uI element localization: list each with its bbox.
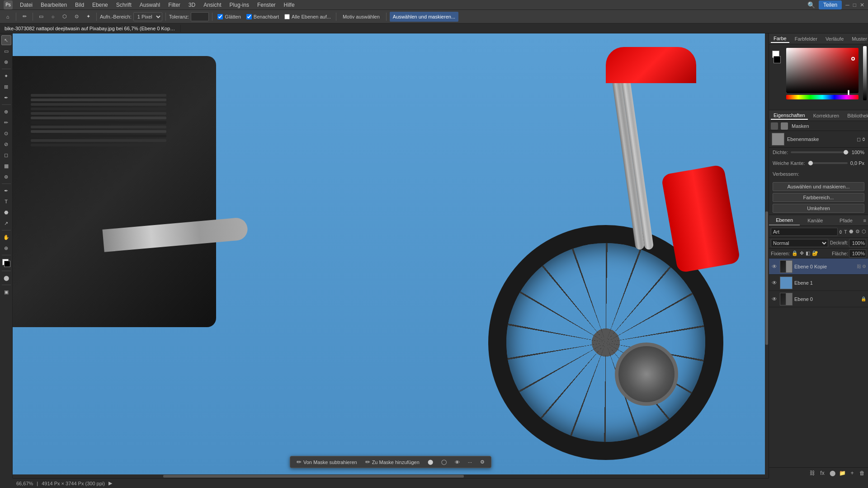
heal-tool[interactable]: ⊕	[1, 107, 11, 117]
auswaehlen-maskieren-button[interactable]: Auswählen und maskieren...	[390, 12, 458, 22]
ebenenmaske-icon-2[interactable]: ⧮	[863, 136, 865, 142]
pen-tool[interactable]: ✒	[1, 186, 11, 196]
umkehren-btn[interactable]: Umkehren	[773, 204, 864, 213]
aufnahme-select[interactable]: 1 Pixel	[133, 12, 162, 21]
subtract-from-mask-button[interactable]: ✏ Von Maske subtrahieren	[294, 458, 360, 466]
toleranz-input[interactable]: 40	[191, 12, 209, 21]
motiv-button[interactable]: Motiv auswählen	[340, 12, 383, 22]
auswaehlen-maskieren-btn[interactable]: Auswählen und maskieren...	[773, 182, 864, 191]
brush-tool[interactable]: ✏	[19, 12, 29, 22]
dichte-slider-thumb[interactable]	[844, 150, 848, 155]
tab-pfade[interactable]: Pfade	[830, 216, 861, 225]
window-close[interactable]: ✕	[860, 2, 864, 8]
mask-tool-btn-3[interactable]: 👁	[452, 459, 462, 466]
layer-vis-2[interactable]: 👁	[771, 296, 778, 303]
history-tool[interactable]: ⊘	[1, 139, 11, 149]
document-tab[interactable]: bike-3073082 nattapol deejitwasin auf Pi…	[0, 25, 181, 32]
lasso-tool[interactable]: ⊙	[71, 12, 81, 22]
menu-3d[interactable]: 3D	[185, 1, 199, 9]
crop-tool[interactable]: ⊞	[1, 82, 11, 92]
shape-tool[interactable]: ⬣	[1, 207, 11, 217]
layer-item-0[interactable]: 👁 Ebene 0 Kopie ⛓ ⚙	[769, 258, 868, 275]
tab-bibliotheken[interactable]: Bibliotheken	[844, 112, 868, 119]
hue-slider[interactable]	[786, 95, 859, 99]
status-arrow[interactable]: ▶	[108, 480, 112, 486]
menu-bearbeiten[interactable]: Bearbeiten	[37, 1, 71, 9]
layer-item-2[interactable]: 👁 Ebene 0 🔒	[769, 291, 868, 307]
select-tool[interactable]: ▭	[1, 46, 11, 56]
layers-filter-btn-1[interactable]: ⧮	[840, 228, 842, 236]
quick-mask-tool[interactable]: ⬤	[1, 273, 11, 283]
mask-tool-btn-settings[interactable]: ⚙	[477, 458, 487, 466]
hand-tool[interactable]: ✋	[1, 232, 11, 242]
layers-filter-btn-2[interactable]: T	[844, 228, 847, 236]
layer-item-1[interactable]: 👁 Ebene 1	[769, 275, 868, 291]
layer-lock-icon-2[interactable]: 🔒	[861, 296, 866, 301]
color-swatch[interactable]	[2, 259, 10, 267]
ebenenmaske-icon-1[interactable]: ◻	[857, 136, 861, 142]
rect-tool[interactable]: ▭	[36, 12, 46, 22]
tab-eigenschaften[interactable]: Eigenschaften	[771, 112, 808, 120]
alle-ebenen-checkbox[interactable]	[284, 14, 290, 19]
magic-wand-tool[interactable]: ✦	[1, 71, 11, 81]
move-tool[interactable]: ↖	[1, 35, 11, 45]
mask-tool-btn-more[interactable]: ···	[465, 459, 475, 466]
gradient-tool[interactable]: ▦	[1, 161, 11, 171]
layers-add-btn[interactable]: +	[848, 469, 856, 477]
menu-bild[interactable]: Bild	[71, 1, 88, 9]
color-tab-verlaeufe[interactable]: Verläufe	[823, 35, 846, 42]
color-tab-farbfelder[interactable]: Farbfelder	[792, 35, 820, 42]
layer-fx-icon-0[interactable]: ⚙	[862, 264, 866, 269]
layer-vis-0[interactable]: 👁	[771, 263, 778, 270]
star-tool[interactable]: ✦	[83, 12, 93, 22]
glatten-checkbox[interactable]	[217, 14, 223, 19]
window-minimize[interactable]: ─	[845, 2, 849, 8]
search-icon[interactable]: 🔍	[807, 1, 815, 9]
horizontal-scrollbar[interactable]	[13, 474, 765, 478]
brush-tool-left[interactable]: ✏	[1, 117, 11, 127]
layers-delete-btn[interactable]: 🗑	[858, 469, 866, 477]
color-gradient-picker[interactable]	[786, 48, 859, 93]
benachbart-checkbox[interactable]	[246, 14, 252, 19]
tab-ebenen[interactable]: Ebenen	[769, 216, 800, 225]
color-picker-handle[interactable]	[851, 57, 855, 61]
scrollbar-thumb-v[interactable]	[765, 211, 768, 345]
menu-fenster[interactable]: Fenster	[254, 1, 279, 9]
layers-search-input[interactable]: Art	[771, 228, 838, 236]
round-tool[interactable]: ○	[48, 12, 58, 22]
layer-link-icon-0[interactable]: ⛓	[857, 264, 861, 269]
layers-group-btn[interactable]: 📁	[838, 469, 846, 477]
fixieren-lock-icon[interactable]: 🔒	[792, 250, 798, 256]
color-tab-muster[interactable]: Muster	[849, 35, 868, 42]
menu-auswahl[interactable]: Auswahl	[136, 1, 164, 9]
weiche-kante-slider[interactable]	[807, 162, 847, 164]
arrow-tool[interactable]: ↗	[1, 218, 11, 228]
brightness-slider[interactable]	[863, 46, 867, 100]
deckraft-input[interactable]	[849, 239, 866, 247]
eyedropper-tool[interactable]: ✒	[1, 93, 11, 103]
fixieren-all-icon[interactable]: 🔐	[812, 250, 818, 256]
masken-pixel-icon[interactable]	[771, 122, 778, 130]
screen-mode-tool[interactable]: ▣	[1, 287, 11, 297]
menu-ansicht[interactable]: Ansicht	[200, 1, 225, 9]
tab-kanaele[interactable]: Kanäle	[800, 216, 830, 225]
layers-filter-btn-3[interactable]: ⬣	[849, 228, 854, 236]
menu-ebene[interactable]: Ebene	[89, 1, 112, 9]
canvas-area[interactable]: ✏ Von Maske subtrahieren ✏ Zu Maske hinz…	[13, 33, 769, 478]
layers-link-btn[interactable]: ⛓	[808, 469, 816, 477]
menu-schrift[interactable]: Schrift	[113, 1, 135, 9]
background-swatch[interactable]	[774, 56, 781, 63]
add-to-mask-button[interactable]: ✏ Zu Maske hinzufügen	[363, 458, 422, 466]
layers-mask-btn[interactable]: ⬤	[828, 469, 836, 477]
color-tab-farbe[interactable]: Farbe	[771, 35, 789, 43]
layers-filter-btn-5[interactable]: ⬡	[862, 228, 866, 236]
poly-tool[interactable]: ⬡	[60, 12, 70, 22]
eraser-tool[interactable]: ◻	[1, 150, 11, 160]
window-restore[interactable]: □	[853, 2, 856, 8]
menu-filter[interactable]: Filter	[165, 1, 184, 9]
clone-tool[interactable]: ⊙	[1, 128, 11, 138]
mask-tool-btn-1[interactable]: ⬤	[425, 458, 436, 466]
weiche-kante-thumb[interactable]	[808, 161, 813, 165]
text-tool[interactable]: T	[1, 197, 11, 206]
background-color[interactable]	[4, 261, 10, 267]
